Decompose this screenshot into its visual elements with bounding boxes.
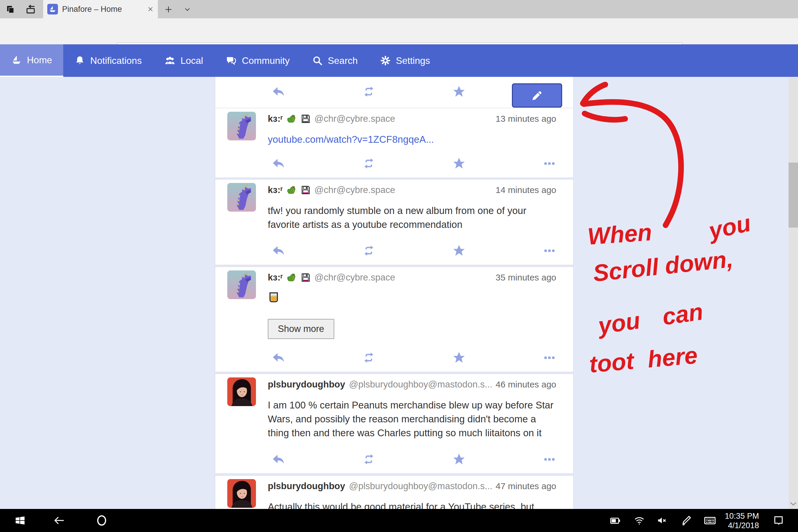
- bell-icon: [75, 55, 85, 66]
- nav-tab-notifications[interactable]: Notifications: [63, 44, 153, 77]
- cortana-icon[interactable]: [95, 514, 108, 527]
- avatar[interactable]: [227, 112, 256, 140]
- toot-link[interactable]: youtube.com/watch?v=1ZCF8ngqeA...: [268, 134, 434, 145]
- browser-tab[interactable]: Pinafore – Home: [43, 0, 158, 18]
- toot-meta: kз:ʳ @chr@cybre.space 35 minutes ago: [268, 272, 556, 283]
- wifi-icon[interactable]: [633, 514, 646, 527]
- star-icon[interactable]: [452, 156, 466, 171]
- nav-label: Search: [328, 55, 358, 66]
- avatar[interactable]: [227, 479, 256, 508]
- toot-actions: [268, 452, 556, 467]
- toot-meta: plsburydoughboy @plsburydoughboy@mastodo…: [268, 379, 556, 390]
- volume-muted-icon[interactable]: [656, 514, 668, 527]
- ellipsis-icon[interactable]: [542, 244, 556, 258]
- floppy-disk-emoji: [301, 272, 311, 283]
- reply-arrow-icon[interactable]: [271, 452, 285, 467]
- ellipsis-icon[interactable]: [542, 156, 556, 171]
- toot[interactable]: kз:ʳ @chr@cybre.space 13 minutes ago you…: [215, 108, 574, 178]
- timeline: kз:ʳ @chr@cybre.space 13 minutes ago you…: [215, 77, 574, 509]
- account-handle: @plsburydoughboy@mastodon.s...: [349, 481, 492, 492]
- avatar[interactable]: [227, 183, 256, 212]
- battery-icon[interactable]: [609, 514, 622, 527]
- toot[interactable]: plsburydoughboy @plsburydoughboy@mastodo…: [215, 374, 574, 474]
- nav-tab-home[interactable]: Home: [0, 44, 63, 77]
- account-handle: @plsburydoughboy@mastodon.s...: [349, 379, 492, 390]
- star-icon[interactable]: [452, 350, 466, 365]
- compose-toot-button[interactable]: [512, 83, 562, 108]
- boost-icon[interactable]: [362, 84, 376, 99]
- scrollbar-thumb[interactable]: [788, 163, 798, 228]
- dragon-emoji: [287, 272, 297, 283]
- ellipsis-icon[interactable]: [542, 452, 556, 467]
- nav-label: Community: [242, 55, 290, 66]
- touch-keyboard-icon[interactable]: [703, 514, 717, 527]
- reply-arrow-icon[interactable]: [271, 156, 285, 171]
- toot-actions: [268, 156, 556, 171]
- floppy-disk-emoji: [301, 114, 311, 124]
- tab-title: Pinafore – Home: [62, 5, 143, 14]
- tab-preview-chevron-icon[interactable]: [182, 4, 193, 15]
- toot-body: youtube.com/watch?v=1ZCF8ngqeA...: [268, 132, 556, 146]
- scrollbar-track[interactable]: [788, 77, 798, 509]
- toot[interactable]: kз:ʳ @chr@cybre.space 14 minutes ago tfw…: [215, 179, 574, 265]
- nav-tab-community[interactable]: Community: [214, 44, 301, 77]
- nav-tab-local[interactable]: Local: [153, 44, 214, 77]
- timestamp: 14 minutes ago: [496, 185, 556, 195]
- boost-icon[interactable]: [362, 156, 376, 171]
- username: plsburydoughboy: [268, 379, 345, 390]
- dragon-emoji: [287, 114, 297, 124]
- taskbar: 10:35 PM 4/1/2018: [0, 509, 798, 532]
- toot-actions: [268, 244, 556, 258]
- pencil-icon: [531, 89, 544, 102]
- tumbler-glass-emoji: [268, 290, 280, 304]
- browser-tab-strip: Pinafore – Home: [0, 0, 798, 18]
- action-center-icon[interactable]: [772, 514, 785, 527]
- new-tab-icon[interactable]: [163, 4, 174, 15]
- ellipsis-icon[interactable]: [542, 350, 556, 365]
- restore-tabs-icon[interactable]: [24, 3, 37, 16]
- scroll-down-chevron-icon[interactable]: [789, 501, 797, 507]
- show-more-button[interactable]: Show more: [268, 319, 334, 339]
- toot-meta: kз:ʳ @chr@cybre.space 13 minutes ago: [268, 114, 556, 124]
- search-icon: [312, 55, 323, 66]
- taskbar-back-icon[interactable]: [53, 514, 65, 527]
- start-button-icon[interactable]: [14, 514, 26, 527]
- account-handle: @chr@cybre.space: [315, 272, 395, 283]
- pen-icon[interactable]: [680, 514, 693, 527]
- star-icon[interactable]: [452, 84, 466, 99]
- ink-line: toot here: [588, 342, 699, 378]
- ink-line: Scroll down,: [592, 245, 735, 287]
- boost-icon[interactable]: [362, 452, 376, 467]
- sailboat-icon: [11, 55, 22, 65]
- desktop: Pinafore – Home: [0, 0, 798, 532]
- avatar[interactable]: [227, 270, 256, 299]
- browser-address-row: https://dev.pinafore.social/: [0, 18, 798, 44]
- nav-tab-search[interactable]: Search: [301, 44, 369, 77]
- ink-line: you can: [596, 298, 705, 340]
- account-handle: @chr@cybre.space: [315, 114, 395, 124]
- nav-label: Notifications: [90, 55, 141, 66]
- username: plsburydoughboy: [268, 481, 345, 492]
- star-icon[interactable]: [452, 452, 466, 467]
- avatar[interactable]: [227, 377, 256, 406]
- reply-arrow-icon[interactable]: [271, 84, 285, 99]
- reply-arrow-icon[interactable]: [271, 350, 285, 365]
- reply-arrow-icon[interactable]: [271, 244, 285, 258]
- star-icon[interactable]: [452, 244, 466, 258]
- timestamp: 13 minutes ago: [496, 114, 556, 124]
- ink-word: When: [587, 219, 653, 250]
- account-handle: @chr@cybre.space: [315, 185, 395, 195]
- nav-tab-settings[interactable]: Settings: [369, 44, 441, 77]
- pinafore-favicon: [47, 4, 58, 15]
- taskbar-clock[interactable]: 10:35 PM 4/1/2018: [715, 511, 759, 530]
- floppy-disk-emoji: [301, 185, 311, 195]
- toot[interactable]: kз:ʳ @chr@cybre.space 35 minutes ago Sho…: [215, 267, 574, 372]
- boost-icon[interactable]: [362, 244, 376, 258]
- gear-icon: [380, 55, 391, 66]
- ink-word: you: [706, 209, 753, 245]
- close-tab-icon[interactable]: [147, 6, 154, 13]
- timestamp: 35 minutes ago: [496, 272, 556, 283]
- set-tabs-aside-icon[interactable]: [4, 3, 17, 16]
- boost-icon[interactable]: [362, 350, 376, 365]
- dragon-emoji: [287, 185, 297, 195]
